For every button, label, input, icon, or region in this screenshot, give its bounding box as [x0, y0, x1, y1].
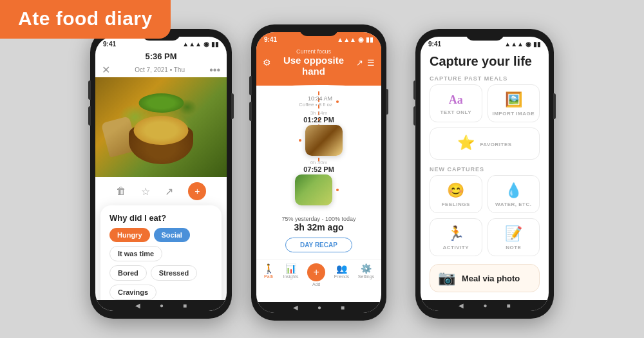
tag-time[interactable]: It was time [109, 246, 162, 261]
tag-hungry[interactable]: Hungry [109, 228, 150, 242]
p1-toolbar[interactable]: ✕ Oct 7, 2021 • Thu ••• [95, 62, 227, 77]
activity-icon: 🏃 [447, 225, 464, 242]
tag-social[interactable]: Social [154, 228, 190, 242]
nav-friends[interactable]: 👥 Friends [334, 263, 349, 286]
tl-dot-dessert [298, 138, 303, 143]
android-nav-2: ◀ ● ■ [256, 302, 381, 313]
tag-bored[interactable]: Bored [109, 265, 147, 281]
signal-icon: ▲▲▲ [182, 41, 202, 48]
home-btn-2[interactable]: ● [317, 304, 321, 311]
menu-icon[interactable]: ☰ [367, 58, 375, 68]
p1-food-image [95, 77, 227, 177]
gap-1-duration: 3h 14m [263, 110, 375, 116]
phone-2-time: 9:41 [264, 36, 277, 43]
card-import-image[interactable]: 🖼️ IMPORT IMAGE [488, 84, 540, 122]
card-feelings[interactable]: 😊 FEELINGS [430, 175, 482, 213]
phone-2-notch [299, 24, 338, 36]
p2-focus-label: Current focus [271, 48, 356, 55]
settings-label: Settings [358, 274, 374, 279]
nav-insights[interactable]: 📊 Insights [283, 263, 298, 286]
nav-add[interactable]: + Add [307, 263, 325, 286]
home-btn-3[interactable]: ● [483, 302, 487, 309]
p3-section-2-label: NEW CAPTURES [421, 164, 549, 175]
home-btn[interactable]: ● [160, 302, 164, 309]
gap-2-duration: 6h 30m [263, 160, 375, 165]
back-btn-2[interactable]: ◀ [293, 304, 298, 311]
card-water[interactable]: 💧 WATER, ETC. [488, 175, 540, 213]
insights-icon: 📊 [285, 263, 296, 274]
p3-grid-past: Aa TEXT ONLY 🖼️ IMPORT IMAGE ⭐ FAVORITES [421, 84, 549, 164]
soup-shape [134, 116, 189, 145]
recent-btn-2[interactable]: ■ [341, 304, 345, 311]
close-icon[interactable]: ✕ [102, 64, 110, 76]
water-label: WATER, ETC. [495, 202, 531, 207]
signal-icon-2: ▲▲▲ [337, 36, 356, 43]
import-label: IMPORT IMAGE [492, 111, 535, 117]
p3-grid-new: 😊 FEELINGS 💧 WATER, ETC. 🏃 ACTIVITY 📝 NO… [421, 175, 549, 260]
why-eat-title: Why did I eat? [109, 213, 213, 223]
coffee-time: 10:34 AM [299, 95, 332, 102]
title-banner: Ate food diary [0, 0, 171, 39]
camera-icon: 📷 [438, 270, 455, 286]
share-icon-2[interactable]: ↗ [356, 58, 363, 68]
add-label: Add [312, 282, 320, 286]
recap-button[interactable]: DAY RECAP [285, 238, 352, 252]
more-icon[interactable]: ••• [209, 64, 220, 76]
tags-row-2: Bored Stressed Cravings [109, 265, 213, 300]
tag-cravings[interactable]: Cravings [109, 285, 156, 300]
settings-nav-icon: ⚙️ [361, 263, 372, 274]
phone-2-power-btn [386, 89, 388, 115]
why-eat-card: Why did I eat? Hungry Social It was time… [100, 205, 222, 311]
feelings-label: FEELINGS [442, 202, 470, 207]
share-icon[interactable]: ↗ [165, 185, 173, 198]
phone-2-screen: 9:41 ▲▲▲ ◉ ▮▮ ⚙ Current focus Use opposi… [256, 32, 381, 313]
phone-3-vol-down-btn [413, 106, 416, 126]
nav-settings[interactable]: ⚙️ Settings [358, 263, 374, 286]
phone-1-vol-down-btn [88, 106, 91, 126]
delete-icon[interactable]: 🗑 [116, 185, 126, 197]
phone-3: 9:41 ▲▲▲ ◉ ▮▮ Capture your life CAPTURE … [415, 29, 554, 319]
battery-icon: ▮▮ [211, 41, 219, 48]
p3-section-1-label: CAPTURE PAST MEALS [421, 73, 549, 84]
meal-photo-card[interactable]: 📷 Meal via photo [430, 264, 540, 292]
favorites-icon: ⭐ [457, 135, 475, 151]
favorites-label: FAVORITES [480, 142, 511, 147]
back-btn[interactable]: ◀ [135, 302, 140, 309]
battery-icon-3: ▮▮ [533, 41, 541, 48]
dessert-img [305, 125, 343, 156]
recap-btn-container: DAY RECAP [256, 238, 381, 255]
settings-icon[interactable]: ⚙ [263, 57, 271, 68]
friends-label: Friends [334, 274, 349, 279]
recent-btn[interactable]: ■ [183, 302, 187, 309]
phone-1: 9:41 ▲▲▲ ◉ ▮▮ 5:36 PM ✕ Oct 7, 2021 • Th… [90, 29, 232, 319]
p2-header: ⚙ Current focus Use opposite hand ↗ ☰ [256, 44, 381, 86]
card-note[interactable]: 📝 NOTE [488, 218, 540, 256]
recent-btn-3[interactable]: ■ [507, 302, 511, 309]
coffee-time-block: 10:34 AM Coffee • 8 fl oz [299, 95, 332, 108]
card-activity[interactable]: 🏃 ACTIVITY [430, 218, 482, 256]
gap-2: 6h 30m 07:52 PM [263, 160, 375, 173]
card-text-only[interactable]: Aa TEXT ONLY [430, 84, 482, 122]
friends-icon: 👥 [336, 263, 347, 274]
star-icon[interactable]: ☆ [141, 185, 150, 198]
phone-1-status-icons: ▲▲▲ ◉ ▮▮ [182, 41, 219, 48]
phone-3-status-icons: ▲▲▲ ◉ ▮▮ [504, 41, 541, 48]
phone-3-screen: 9:41 ▲▲▲ ◉ ▮▮ Capture your life CAPTURE … [421, 37, 549, 311]
phone-2-vol-up-btn [249, 76, 252, 95]
insights-label: Insights [283, 274, 298, 279]
p2-timeline: 10:34 AM Coffee • 8 fl oz 3h 14m 01:22 P… [256, 91, 381, 213]
p2-summary-time: 3h 32m ago [261, 222, 376, 232]
timeline-entry-dessert [263, 125, 375, 156]
add-btn[interactable]: + [307, 263, 325, 281]
phone-2-status-icons: ▲▲▲ ◉ ▮▮ [337, 36, 374, 43]
tl-dot-salad [335, 187, 340, 192]
nav-path[interactable]: 🚶 Path [263, 263, 274, 286]
coffee-sub: Coffee • 8 fl oz [299, 102, 332, 108]
path-icon: 🚶 [263, 263, 274, 274]
note-icon: 📝 [505, 225, 522, 242]
add-icon[interactable]: + [188, 182, 206, 200]
card-favorites[interactable]: ⭐ FAVORITES [430, 127, 540, 160]
p3-title: Capture your life [421, 49, 549, 73]
back-btn-3[interactable]: ◀ [459, 302, 464, 309]
tag-stressed[interactable]: Stressed [151, 265, 197, 281]
